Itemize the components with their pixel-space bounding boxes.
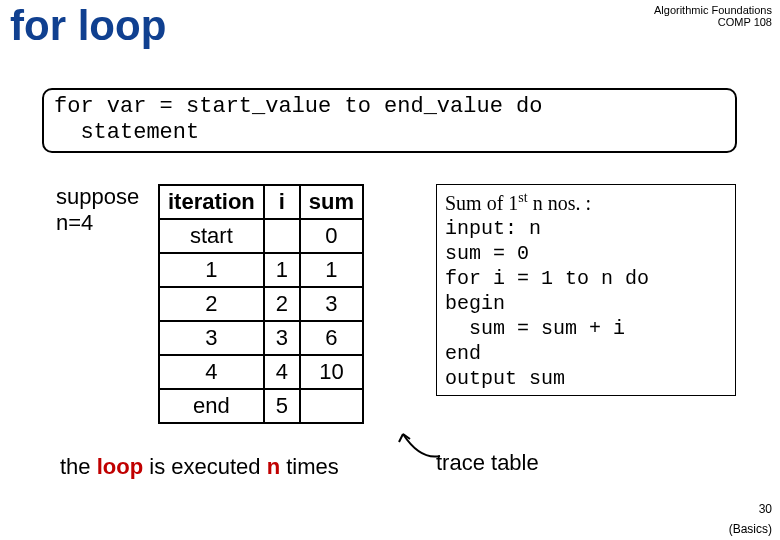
cell: 5: [264, 389, 300, 423]
suppose-line1: suppose: [56, 184, 139, 210]
course-line2: COMP 108: [654, 16, 772, 28]
syntax-line2: statement: [54, 120, 725, 146]
table-row: 1 1 1: [159, 253, 363, 287]
suppose-line2: n=4: [56, 210, 139, 236]
syntax-box: for var = start_value to end_value do st…: [42, 88, 737, 153]
cell: 2: [159, 287, 264, 321]
cell: 1: [159, 253, 264, 287]
suppose-caption: suppose n=4: [56, 184, 139, 237]
footer-text: (Basics): [729, 522, 772, 536]
cell: 3: [264, 321, 300, 355]
cell: 4: [159, 355, 264, 389]
cell: 10: [300, 355, 363, 389]
cell: 1: [300, 253, 363, 287]
note-t3: times: [280, 454, 339, 479]
col-i: i: [264, 185, 300, 219]
algo-line: begin: [445, 291, 727, 316]
col-sum: sum: [300, 185, 363, 219]
table-row: 2 2 3: [159, 287, 363, 321]
cell: 6: [300, 321, 363, 355]
trace-table: iteration i sum start 0 1 1 1 2 2 3 3 3 …: [158, 184, 364, 424]
cell: 2: [264, 287, 300, 321]
cell: [264, 219, 300, 253]
cell: start: [159, 219, 264, 253]
table-row: end 5: [159, 389, 363, 423]
cell: 0: [300, 219, 363, 253]
algo-line: sum = sum + i: [445, 316, 727, 341]
table-row: start 0: [159, 219, 363, 253]
cell: 3: [300, 287, 363, 321]
page-number: 30: [759, 502, 772, 516]
loop-note: the loop is executed n times: [60, 454, 339, 480]
table-header-row: iteration i sum: [159, 185, 363, 219]
cell: [300, 389, 363, 423]
algo-line: end: [445, 341, 727, 366]
course-line1: Algorithmic Foundations: [654, 4, 772, 16]
algo-line: for i = 1 to n do: [445, 266, 727, 291]
col-iteration: iteration: [159, 185, 264, 219]
trace-table-label: trace table: [436, 450, 539, 476]
algo-line: input: n: [445, 216, 727, 241]
algo-heading: Sum of 1st n nos. :: [445, 189, 727, 216]
note-n: n: [267, 454, 280, 479]
course-header: Algorithmic Foundations COMP 108: [654, 4, 772, 28]
algorithm-box: Sum of 1st n nos. : input: n sum = 0 for…: [436, 184, 736, 396]
note-t2: is executed: [143, 454, 267, 479]
cell: 1: [264, 253, 300, 287]
table-row: 3 3 6: [159, 321, 363, 355]
algo-heading-sup: st: [518, 190, 527, 205]
cell: 4: [264, 355, 300, 389]
syntax-line1: for var = start_value to end_value do: [54, 94, 725, 120]
note-loop: loop: [97, 454, 143, 479]
note-t1: the: [60, 454, 97, 479]
slide-title: for loop: [10, 2, 166, 50]
algo-heading-prefix: Sum of 1: [445, 192, 518, 214]
cell: 3: [159, 321, 264, 355]
algo-line: output sum: [445, 366, 727, 391]
algo-line: sum = 0: [445, 241, 727, 266]
cell: end: [159, 389, 264, 423]
algo-heading-suffix: n nos. :: [528, 192, 591, 214]
table-row: 4 4 10: [159, 355, 363, 389]
